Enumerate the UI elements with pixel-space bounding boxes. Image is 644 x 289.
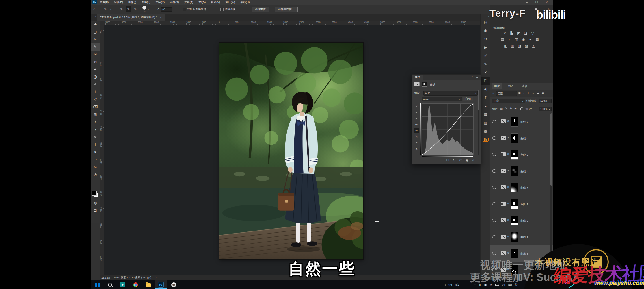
visibility-eye-icon[interactable]	[492, 136, 496, 140]
enhance-edge-checkbox[interactable]: 增强边缘	[220, 5, 236, 14]
gray-point-eyedropper[interactable]: ✒	[414, 116, 419, 121]
menu-item-6[interactable]: 滤镜(T)	[184, 0, 193, 5]
menu-item-1[interactable]: 编辑(E)	[114, 0, 123, 5]
layer-mask-thumbnail[interactable]	[511, 216, 518, 225]
frame-tool[interactable]: ⊠	[91, 58, 100, 66]
zoom-level-field[interactable]: 13.32%	[101, 276, 110, 279]
layer-name[interactable]: 曲线 6	[520, 137, 528, 140]
toggle-visibility-button[interactable]: ⇆	[453, 158, 455, 162]
layers-menu-icon[interactable]: ≣	[548, 84, 551, 88]
menu-item-3[interactable]: 图层(L)	[142, 0, 150, 5]
gradient-tool[interactable]: ▧	[91, 111, 100, 118]
curves-layer-icon[interactable]	[501, 218, 506, 222]
brush-size-picker[interactable]: 15 ⌄	[142, 5, 149, 14]
menu-item-7[interactable]: 3D(D)	[198, 0, 206, 5]
menu-item-0[interactable]: 文件(F)	[100, 0, 109, 5]
levels-adjustment-icon[interactable]: ▙	[509, 31, 514, 36]
menu-item-2[interactable]: 图像(I)	[128, 0, 136, 5]
smooth-curve-button[interactable]: ≈	[414, 140, 419, 145]
quick-mask-button[interactable]: ◍	[91, 199, 100, 207]
clipping-display-toggle[interactable]: ⩓	[414, 146, 419, 151]
gradients-panel-icon[interactable]: ▥	[481, 118, 491, 127]
history-brush-tool[interactable]: ↺	[91, 96, 100, 103]
tab-图层[interactable]: 图层	[492, 83, 502, 89]
dodge-tool[interactable]: ◑	[91, 126, 100, 133]
lock-transparency-icon[interactable]: ▦	[500, 107, 503, 110]
patterns-panel-icon[interactable]: ▩	[481, 127, 491, 135]
foreground-color-swatch[interactable]	[92, 191, 97, 196]
lock-all-icon[interactable]	[520, 108, 523, 110]
layer-visibility-cell[interactable]	[490, 130, 498, 146]
visibility-eye-button[interactable]: ◉	[466, 158, 468, 162]
clip-to-layer-button[interactable]: ❒	[446, 158, 449, 162]
healing-brush-tool[interactable]: ⨁	[91, 73, 100, 81]
layer-row[interactable]: 8曲线 5	[490, 163, 553, 179]
collapse-panels-icon[interactable]: «	[481, 14, 491, 18]
properties-tab[interactable]: 属性	[412, 75, 423, 80]
screen-mode-button[interactable]: ⬓	[91, 207, 100, 214]
opacity-field[interactable]: 100%⌄	[539, 99, 552, 103]
libraries-panel-icon[interactable]: ▤	[481, 18, 491, 26]
toolbar-collapse-icon[interactable]: »	[91, 15, 100, 18]
invert-adjustment-icon[interactable]: ◧	[503, 44, 508, 48]
filter-switch-icon[interactable]: ◉	[542, 91, 544, 95]
curves-layer-icon[interactable]	[501, 235, 506, 239]
levels-layer-icon[interactable]	[501, 152, 506, 156]
reset-adjustment-button[interactable]: ↺	[459, 158, 462, 162]
color-swatches[interactable]	[92, 191, 98, 197]
layer-row[interactable]: 8曲线 2	[490, 229, 553, 245]
shape-tool[interactable]: ▭	[91, 156, 100, 163]
visibility-eye-icon[interactable]	[492, 252, 496, 255]
curves-layer-icon[interactable]	[501, 119, 506, 123]
add-to-selection-mode[interactable]: ✎	[126, 6, 131, 12]
curves-layer-icon[interactable]	[501, 136, 506, 140]
gradient-map-adjustment-icon[interactable]: ▨	[524, 44, 529, 48]
search-icon[interactable]: ⌕	[529, 8, 531, 11]
new-selection-mode[interactable]: ✎	[119, 6, 124, 12]
layer-row[interactable]: 8色阶 2	[490, 146, 553, 163]
chrome-icon[interactable]	[130, 280, 141, 289]
weather-widget[interactable]: ☾ 9°C 海淀	[445, 280, 460, 289]
eraser-tool[interactable]: ⌫	[91, 103, 100, 111]
layer-mask-thumbnail[interactable]	[511, 117, 518, 127]
edit-curve-points-tool[interactable]: ∿	[414, 128, 419, 133]
layer-name[interactable]: 曲线 8	[520, 252, 528, 256]
layer-name[interactable]: 色阶 2	[520, 153, 528, 157]
select-subject-button[interactable]: 选择主体	[252, 7, 269, 12]
layer-name[interactable]: 曲线 5	[520, 170, 528, 173]
curves-layer-icon[interactable]	[501, 185, 506, 189]
channel-mixer-adjustment-icon[interactable]: ◓	[528, 38, 533, 42]
layer-mask-thumbnail[interactable]	[511, 150, 518, 160]
move-tool[interactable]: ✚	[91, 21, 100, 28]
adjustment-icon[interactable]	[414, 82, 419, 86]
curves-adjustment-icon[interactable]: ◩	[516, 31, 521, 36]
hue-saturation-adjustment-icon[interactable]: ▤	[500, 38, 505, 42]
learn-panel-icon[interactable]: ◉	[481, 26, 491, 35]
layer-mask-thumbnail[interactable]	[511, 133, 518, 143]
smudge-tool[interactable]: ⌇	[91, 118, 100, 126]
preset-dropdown[interactable]: 自定⌄	[423, 91, 478, 96]
eyedropper-tool[interactable]: ✒	[91, 66, 100, 73]
clone-stamp-tool[interactable]: ⊥	[91, 88, 100, 96]
targeted-adjustment-tool[interactable]: ☟	[414, 103, 419, 109]
curves-layer-icon[interactable]	[501, 169, 506, 173]
white-point-eyedropper[interactable]: ✒	[414, 122, 419, 127]
layer-mask-thumbnail[interactable]	[511, 183, 518, 192]
visibility-eye-icon[interactable]	[492, 202, 496, 205]
curves-grid[interactable]	[422, 103, 474, 155]
layer-visibility-cell[interactable]	[490, 163, 498, 179]
paragraph-panel-icon[interactable]: ¶	[481, 93, 491, 102]
levels-layer-icon[interactable]	[501, 202, 506, 206]
selective-color-adjustment-icon[interactable]: ◭	[531, 44, 536, 48]
video-app-icon[interactable]: ▶	[117, 280, 129, 289]
threshold-adjustment-icon[interactable]: ◨	[517, 44, 522, 48]
lock-artboard-icon[interactable]: ⊞	[514, 107, 517, 110]
panel-menu-icon[interactable]: ≣	[476, 75, 478, 78]
brightness-contrast-adjustment-icon[interactable]: ☀	[502, 31, 507, 36]
close-button[interactable]: ✕	[546, 0, 548, 5]
curves-layer-icon[interactable]	[501, 251, 506, 255]
document-image[interactable]	[219, 43, 363, 259]
vibrance-adjustment-icon[interactable]: ▽	[530, 31, 535, 36]
blend-mode-dropdown[interactable]: 正常⌄	[492, 99, 525, 103]
filter-smart-objects-icon[interactable]: ⬓	[537, 91, 539, 95]
